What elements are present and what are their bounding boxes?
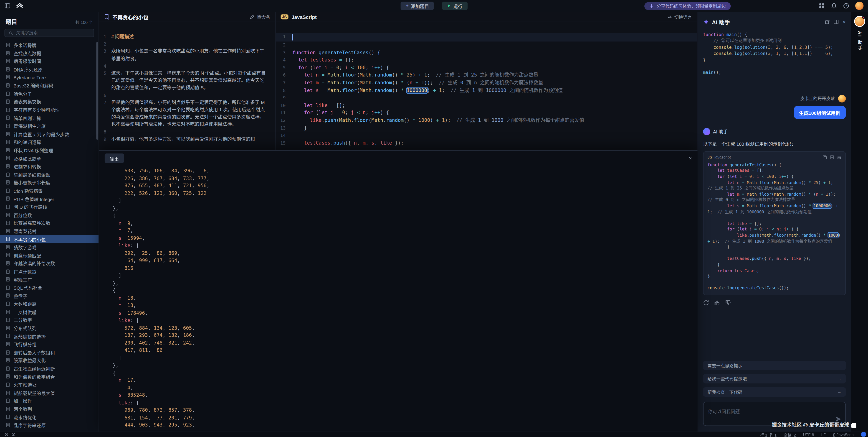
sidebar-item[interactable]: 百分位数 [0,211,98,219]
sidebar-item[interactable]: 最小替换子串长度 [0,178,98,187]
status-item[interactable]: LF [821,433,826,437]
sidebar-item[interactable]: 穿越沙漠的补给次数 [0,259,98,268]
thumbs-down-icon[interactable] [725,300,731,306]
bookmark-icon[interactable] [104,14,109,20]
sidebar-item[interactable]: 货船载货量的最大值 [0,389,98,397]
ai-suggestion-chip[interactable]: 需要一点思路提示→ [703,361,846,370]
apps-grid-icon[interactable] [818,3,825,9]
editor-code-line[interactable]: 6 let n = Math.floor(Math.random() * 25)… [276,72,697,79]
user-avatar[interactable] [855,2,863,10]
editor-language-tab[interactable]: JavaScript [291,14,317,20]
editor-code-line[interactable]: 5 for (let i = 0; i < 100; i++) { [276,64,697,72]
sidebar-item[interactable]: 乱序字符串还原 [0,421,98,429]
sidebar-item[interactable]: 青海湖相生之旅 [0,122,98,130]
sidebar-item[interactable]: 股票收益最大化 [0,356,98,365]
editor-code-line[interactable]: 9 [276,94,697,102]
sidebar-item[interactable]: 熙南梨花村 [0,227,98,235]
sidebar-item[interactable]: Bytedance Tree [0,73,98,82]
sidebar-item[interactable]: 拿到最多红包金额 [0,170,98,178]
sidebar-item[interactable]: 猜数字游戏 [0,243,98,252]
editor-code-line[interactable]: 13 } [276,124,697,132]
promo-banner[interactable]: 分享代码练习体验，领限量定制周边 [645,2,731,10]
sidebar-item[interactable]: 番茄编辑的选择 [0,332,98,340]
search-box[interactable] [4,29,94,37]
editor-code-line[interactable]: 10 let like = []; [276,102,697,109]
sidebar-item[interactable]: 猜色分子 [0,89,98,98]
sidebar-item[interactable]: 叠盘子 [0,292,98,300]
sidebar-item[interactable]: 多米诺骨牌 [0,41,98,49]
panel-layout-icon[interactable] [834,19,839,24]
wrap-text-icon[interactable] [837,155,841,159]
editor-code-line[interactable]: 8 let s = Math.floor(Math.random() * 100… [276,87,697,94]
sidebar-item[interactable]: 大数和距离 [0,300,98,308]
editor-code-line[interactable]: 14 [276,132,697,140]
editor-code-line[interactable]: 15 testCases.push({ n, m, s, like }); [276,140,697,147]
sidebar-item[interactable]: 比赛最高获胜次数 [0,219,98,227]
sidebar-toggle-icon[interactable] [4,3,10,9]
close-icon[interactable]: × [842,19,846,25]
feedback-icon[interactable] [861,432,866,437]
sidebar-scrollbar[interactable] [96,42,98,140]
regenerate-icon[interactable] [703,300,709,306]
sidebar-item[interactable]: 链表聚集交换 [0,98,98,106]
sidebar-item[interactable]: 两个数列 [0,405,98,413]
status-item[interactable]: 空格: 2 [784,432,796,437]
add-problem-button[interactable]: + 添加题目 [401,2,434,10]
ai-suggestion-chip[interactable]: 帮我检查一下代码→ [703,387,846,397]
status-item[interactable]: 行 1, 列 1 [760,432,777,437]
sidebar-item[interactable]: 和的递归运算 [0,138,98,146]
sidebar-item[interactable]: 加一操作 [0,397,98,405]
editor-code-line[interactable]: 11 for (let j = 0; j < n; j++) { [276,109,697,117]
thumbs-up-icon[interactable] [714,300,720,306]
sidebar-item[interactable]: 打点计数器 [0,267,98,275]
ai-dock-tab[interactable]: AI 助手 [857,31,863,51]
copy-icon[interactable] [823,155,827,159]
sidebar-item[interactable]: 环状 DNA 序列整理 [0,146,98,154]
sidebar-item[interactable]: SQL 代码补全 [0,284,98,292]
sidebar-item[interactable]: 计算位置 x 到 y 的最少步数 [0,130,98,138]
status-item[interactable]: {} JavaScript [833,433,855,437]
sidebar-item[interactable]: 病毒感染时间 [0,57,98,65]
sidebar-item[interactable]: 火车站选址 [0,381,98,389]
editor-code-line[interactable]: 4 let testCases = []; [276,57,697,64]
insert-code-icon[interactable] [830,155,834,159]
sidebar-item[interactable]: 字符串有多少种可能性 [0,106,98,114]
sidebar-item[interactable]: 蛋糕工厂 [0,275,98,284]
editor-code-line[interactable]: 12 like.push(Math.floor(Math.random() * … [276,117,697,124]
editor-code-line[interactable]: 2 [276,42,697,49]
status-item[interactable]: UTF-8 [803,433,814,437]
run-button[interactable]: 运行 [442,2,467,10]
sidebar-item[interactable]: 翻转后最大子数组和 [0,348,98,356]
bell-icon[interactable] [831,3,837,9]
sidebar-item[interactable]: 古生物血缘远近判断 [0,365,98,373]
status-problems[interactable] [4,433,16,437]
sidebar-item[interactable]: 流水线优化 [0,413,98,421]
output-tab[interactable]: 输出 [105,153,124,163]
sidebar-item[interactable]: 飞行棋分组 [0,340,98,348]
help-icon[interactable]: ? [843,3,849,9]
editor-code-line[interactable]: 3function generateTestCases() { [276,49,697,57]
sidebar-item[interactable]: 二叉树供暖 [0,308,98,316]
sidebar-item[interactable]: 进制求和转换 [0,163,98,171]
sidebar-item[interactable]: 阿 D 的飞行路线 [0,203,98,211]
sidebar-item[interactable]: 查找热点数据 [0,49,98,57]
app-logo-icon[interactable] [16,2,24,9]
sidebar-item[interactable]: Cion 勒索病毒 [0,186,98,195]
editor-code-line[interactable]: 1 [276,33,697,42]
search-input[interactable] [16,30,90,35]
rename-button[interactable]: 重命名 [250,14,270,20]
sidebar-item[interactable]: 及格如此简单 [0,154,98,163]
sidebar-item[interactable]: Base32 编码和解码 [0,82,98,90]
sidebar-item[interactable]: RGB 色值转 Integer [0,195,98,203]
editor-code-line[interactable]: 7 let m = Math.floor(Math.random() * (n … [276,79,697,87]
sidebar-item[interactable]: DNA 序列还原 [0,65,98,74]
close-icon[interactable]: × [689,155,692,161]
sidebar-item[interactable]: 简单四则计算 [0,114,98,122]
sidebar-item[interactable]: 二分数字 [0,316,98,324]
sidebar-item[interactable]: 创意标题匹配 [0,251,98,259]
ai-input[interactable] [708,409,841,414]
open-in-new-icon[interactable] [825,19,830,24]
sidebar-item[interactable]: 不再贪心的小包 [0,235,98,243]
sidebar-item[interactable]: 和为偶数的数字组合 [0,373,98,381]
switch-language-button[interactable]: 切换语言 [667,14,692,20]
